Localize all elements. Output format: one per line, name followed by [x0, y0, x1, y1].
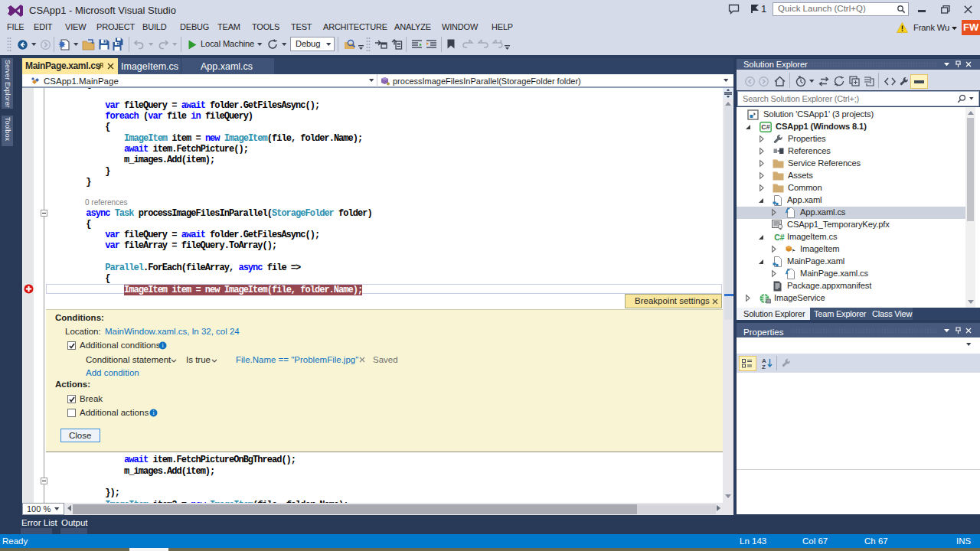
svg-text:C#: C#: [761, 123, 770, 131]
svg-text:C#: C#: [774, 233, 785, 242]
svg-text:Z: Z: [762, 364, 766, 370]
